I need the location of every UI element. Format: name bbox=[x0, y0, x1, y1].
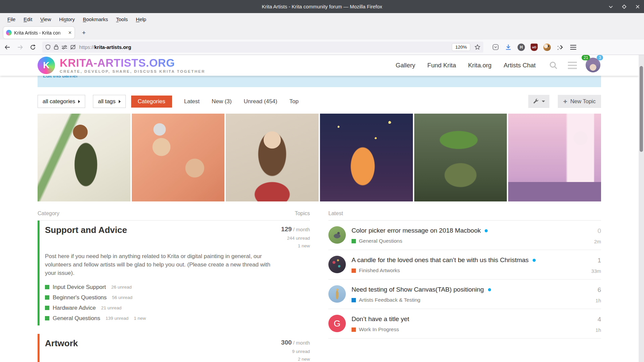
extension-h-icon[interactable]: H bbox=[518, 44, 525, 51]
tab-top[interactable]: Top bbox=[289, 98, 299, 105]
category-title[interactable]: Support and Advice bbox=[45, 225, 127, 248]
categories-dropdown[interactable]: all categories bbox=[38, 95, 85, 108]
permissions-icon[interactable] bbox=[61, 45, 67, 50]
category-title[interactable]: Artwork bbox=[45, 338, 78, 362]
privacy-badger-icon[interactable] bbox=[543, 44, 551, 51]
reply-count[interactable]: 1 bbox=[582, 257, 601, 264]
subcategory-beginners-questions[interactable]: Beginner's Questions 56 unread bbox=[45, 292, 310, 303]
edit-banner-link[interactable]: Edit this banner bbox=[43, 76, 78, 78]
nav-fund-krita[interactable]: Fund Krita bbox=[427, 62, 456, 69]
logo-text-block[interactable]: KRITA-ARTISTS.ORG CREATE, DEVELOP, SHARE… bbox=[60, 58, 205, 73]
nav-artists-chat[interactable]: Artists Chat bbox=[503, 62, 536, 69]
topic-row-color-picker[interactable]: Color picker error message on 2018 Macbo… bbox=[328, 221, 601, 250]
topic-author-avatar[interactable] bbox=[328, 285, 346, 303]
topic-author-avatar[interactable]: G bbox=[328, 315, 346, 332]
subcategory-general-questions[interactable]: General Questions 139 unread 1 new bbox=[45, 313, 310, 323]
user-menu[interactable]: 21 3 bbox=[586, 58, 601, 73]
topic-category[interactable]: Finished Artworks bbox=[352, 267, 573, 274]
hero-image-aerith-painting[interactable] bbox=[226, 114, 319, 201]
extension-dots-icon[interactable] bbox=[556, 44, 564, 51]
page-scrollbar[interactable] bbox=[639, 55, 644, 362]
category-color-square bbox=[352, 327, 356, 332]
reload-icon[interactable] bbox=[28, 42, 38, 53]
menu-history[interactable]: History bbox=[55, 15, 79, 24]
filter-bar: all categories all tags Categories Lates… bbox=[38, 95, 601, 108]
ublock-origin-icon[interactable]: uO bbox=[531, 44, 538, 51]
menu-bookmarks[interactable]: Bookmarks bbox=[79, 15, 112, 24]
topic-category[interactable]: Work In Progress bbox=[352, 326, 573, 333]
bookmark-star-icon[interactable] bbox=[474, 44, 481, 50]
topic-category[interactable]: Artists Feedback & Testing bbox=[352, 297, 573, 303]
close-icon[interactable] bbox=[635, 4, 641, 10]
forward-icon[interactable] bbox=[15, 42, 25, 53]
menu-tools[interactable]: Tools bbox=[112, 15, 132, 24]
caret-right-icon bbox=[119, 100, 121, 103]
menu-file[interactable]: File bbox=[3, 15, 19, 24]
menu-help[interactable]: Help bbox=[132, 15, 150, 24]
hero-image-toad-rain[interactable] bbox=[414, 114, 507, 201]
back-icon[interactable] bbox=[2, 42, 13, 53]
topic-author-avatar[interactable] bbox=[328, 256, 346, 273]
site-nav: Gallery Fund Krita Krita.org Artists Cha… bbox=[384, 58, 601, 73]
tracking-shield-icon[interactable] bbox=[45, 44, 51, 50]
tab-krita-artists[interactable]: Krita Artists - Krita con ✕ bbox=[3, 27, 74, 39]
category-support-and-advice: Support and Advice 129 / month 244 unrea… bbox=[38, 221, 310, 325]
reply-count[interactable]: 0 bbox=[582, 227, 601, 235]
featured-artwork-strip bbox=[38, 114, 601, 201]
menu-edit[interactable]: Edit bbox=[19, 15, 36, 24]
notification-badge-green[interactable]: 21 bbox=[582, 55, 590, 60]
hero-image-pixel-room[interactable] bbox=[508, 114, 601, 201]
topic-category[interactable]: General Questions bbox=[352, 238, 573, 244]
hero-image-fantasy-man-with-vine[interactable] bbox=[38, 114, 130, 201]
unread-dot bbox=[488, 288, 491, 291]
subcategory-hardware-advice[interactable]: Hardware Advice 21 unread bbox=[45, 303, 310, 313]
topic-author-avatar[interactable] bbox=[328, 226, 346, 244]
tags-dropdown[interactable]: all tags bbox=[93, 95, 125, 108]
unread-dot bbox=[485, 229, 488, 232]
hero-image-elderly-couple[interactable] bbox=[132, 114, 225, 201]
reply-count[interactable]: 6 bbox=[582, 286, 601, 294]
url-bar[interactable]: https://krita-artists.org 120% bbox=[42, 42, 483, 53]
lock-icon[interactable] bbox=[54, 44, 59, 50]
url-text[interactable]: https://krita-artists.org bbox=[79, 44, 452, 50]
topic-title[interactable]: Need testing of Show Canvas(TAB) positio… bbox=[352, 286, 484, 293]
zoom-level-indicator[interactable]: 120% bbox=[452, 43, 470, 51]
filter-actions: +New Topic bbox=[528, 95, 601, 108]
site-hamburger-icon[interactable] bbox=[568, 62, 577, 69]
search-icon[interactable] bbox=[549, 61, 558, 70]
blocked-content-icon[interactable] bbox=[70, 44, 76, 50]
tab-close-icon[interactable]: ✕ bbox=[68, 30, 72, 35]
menu-view[interactable]: View bbox=[36, 15, 55, 24]
new-tab-button[interactable]: + bbox=[79, 28, 89, 38]
krita-artists-logo[interactable]: K bbox=[38, 57, 55, 74]
new-topic-button[interactable]: +New Topic bbox=[558, 95, 601, 108]
pocket-icon[interactable] bbox=[492, 44, 499, 51]
browser-menubar: File Edit View History Bookmarks Tools H… bbox=[0, 13, 644, 25]
topic-row-candle-christmas[interactable]: A candle for the loved ones that can’t b… bbox=[328, 250, 601, 280]
nav-krita-org[interactable]: Krita.org bbox=[468, 62, 491, 69]
subcategory-input-device-support[interactable]: Input Device Support 26 unread bbox=[45, 282, 310, 292]
category-header-label: Category bbox=[38, 210, 59, 217]
topic-title[interactable]: A candle for the loved ones that can’t b… bbox=[352, 256, 529, 263]
category-color-square bbox=[45, 295, 49, 300]
hero-image-cat-witch[interactable] bbox=[320, 114, 413, 201]
minimize-icon[interactable] bbox=[608, 4, 614, 10]
category-color-square bbox=[45, 306, 49, 310]
maximize-icon[interactable] bbox=[621, 4, 627, 10]
tab-unread[interactable]: Unread (454) bbox=[244, 98, 277, 105]
admin-wrench-button[interactable] bbox=[528, 95, 549, 108]
nav-gallery[interactable]: Gallery bbox=[396, 62, 416, 69]
reply-count[interactable]: 4 bbox=[582, 316, 601, 323]
topic-row-show-canvas-testing[interactable]: Need testing of Show Canvas(TAB) positio… bbox=[328, 280, 601, 309]
notification-badge-blue[interactable]: 3 bbox=[597, 55, 603, 60]
category-artwork: Artwork 300 / month 9 unread 2 new Post … bbox=[38, 334, 310, 362]
downloads-icon[interactable] bbox=[505, 44, 512, 51]
topic-row-no-title-yet[interactable]: G Don’t have a title yet Work In Progres… bbox=[328, 309, 601, 339]
tab-new[interactable]: New (3) bbox=[212, 98, 232, 105]
scrollbar-thumb[interactable] bbox=[640, 66, 643, 152]
topic-title[interactable]: Color picker error message on 2018 Macbo… bbox=[352, 227, 481, 234]
tab-latest[interactable]: Latest bbox=[184, 98, 200, 105]
app-menu-hamburger-icon[interactable] bbox=[570, 44, 577, 50]
topic-title[interactable]: Don’t have a title yet bbox=[352, 315, 409, 322]
tab-categories[interactable]: Categories bbox=[131, 96, 172, 108]
